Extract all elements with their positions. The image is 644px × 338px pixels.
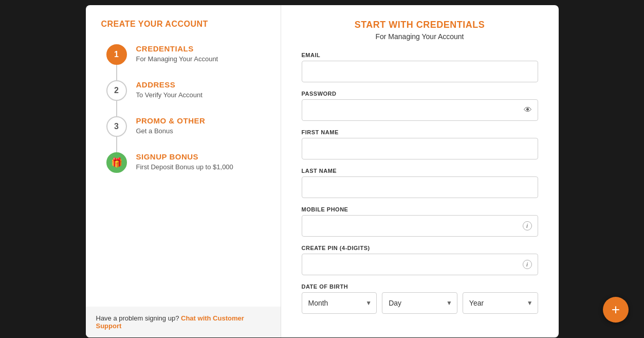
last-name-input[interactable] xyxy=(302,176,538,198)
right-panel-title: START WITH CREDENTIALS xyxy=(302,20,538,30)
last-name-label: LAST NAME xyxy=(302,168,538,174)
eye-icon[interactable]: 👁 xyxy=(524,105,532,115)
step-connector-2 xyxy=(116,101,117,116)
steps-container: 1 CREDENTIALS For Managing Your Account … xyxy=(101,44,265,173)
step-info-3: PROMO & OTHER Get a Bonus xyxy=(136,116,206,135)
dob-group: DATE OF BIRTH Month JanuaryFebruaryMarch… xyxy=(302,283,538,314)
step-info-bonus: SIGNUP BONUS First Deposit Bonus up to $… xyxy=(136,152,233,171)
step-subtitle-bonus: First Deposit Bonus up to $1,000 xyxy=(136,163,233,171)
create-pin-input[interactable] xyxy=(302,254,538,275)
step-circle-2: 2 xyxy=(106,80,127,101)
create-pin-label: CREATE PIN (4-DIGITS) xyxy=(302,245,538,251)
dob-day-select[interactable]: Day for(let i=1;i<=31;i++) document.writ… xyxy=(382,292,457,314)
email-group: EMAIL xyxy=(302,52,538,82)
step-info-2: ADDRESS To Verify Your Account xyxy=(136,80,203,99)
step-credentials: 1 CREDENTIALS For Managing Your Account xyxy=(106,44,265,80)
create-pin-input-wrapper: i xyxy=(302,254,538,275)
password-label: PASSWORD xyxy=(302,91,538,97)
step-promo: 3 PROMO & OTHER Get a Bonus xyxy=(106,116,265,152)
info-icon-pin[interactable]: i xyxy=(523,260,532,269)
left-panel-title: CREATE YOUR ACCOUNT xyxy=(101,20,265,29)
email-input-wrapper xyxy=(302,61,538,82)
last-name-group: LAST NAME xyxy=(302,168,538,198)
info-icon-phone[interactable]: i xyxy=(523,221,532,230)
last-name-input-wrapper xyxy=(302,176,538,198)
step-title-bonus: SIGNUP BONUS xyxy=(136,152,233,161)
first-name-input-wrapper xyxy=(302,138,538,159)
fab-button[interactable]: + xyxy=(603,297,629,323)
step-circle-3: 3 xyxy=(106,116,127,137)
registration-modal: CREATE YOUR ACCOUNT 1 CREDENTIALS For Ma… xyxy=(86,5,559,337)
step-circle-bonus: 🎁 xyxy=(106,152,127,173)
bottom-text: Have a problem signing up? xyxy=(96,314,179,322)
create-pin-group: CREATE PIN (4-DIGITS) i xyxy=(302,245,538,275)
left-panel: CREATE YOUR ACCOUNT 1 CREDENTIALS For Ma… xyxy=(86,5,281,337)
step-circle-1: 1 xyxy=(106,44,127,65)
mobile-phone-label: MOBILE PHONE xyxy=(302,206,538,212)
first-name-group: FIRST NAME xyxy=(302,129,538,159)
step-connector-1 xyxy=(116,65,117,80)
step-bonus: 🎁 SIGNUP BONUS First Deposit Bonus up to… xyxy=(106,152,265,173)
step-subtitle-3: Get a Bonus xyxy=(136,127,206,135)
dob-year-select[interactable]: Year 20262025202420232022202120202019201… xyxy=(463,292,538,314)
dob-row: Month JanuaryFebruaryMarch AprilMayJune … xyxy=(302,292,538,314)
dob-year-wrapper: Year 20262025202420232022202120202019201… xyxy=(463,292,538,314)
step-connector-3 xyxy=(116,137,117,152)
first-name-label: FIRST NAME xyxy=(302,129,538,135)
dob-label: DATE OF BIRTH xyxy=(302,283,538,290)
step-subtitle-1: For Managing Your Account xyxy=(136,55,218,63)
step-address: 2 ADDRESS To Verify Your Account xyxy=(106,80,265,116)
right-panel-subtitle: For Managing Your Account xyxy=(302,32,538,41)
mobile-phone-input[interactable] xyxy=(302,215,538,237)
dob-month-select[interactable]: Month JanuaryFebruaryMarch AprilMayJune … xyxy=(302,292,377,314)
mobile-phone-input-wrapper: i xyxy=(302,215,538,237)
password-input[interactable] xyxy=(302,99,538,121)
mobile-phone-group: MOBILE PHONE i xyxy=(302,206,538,237)
first-name-input[interactable] xyxy=(302,138,538,159)
right-panel: START WITH CREDENTIALS For Managing Your… xyxy=(281,5,559,337)
step-title-3: PROMO & OTHER xyxy=(136,116,206,125)
bottom-bar: Have a problem signing up? Chat with Cus… xyxy=(86,307,281,337)
dob-month-wrapper: Month JanuaryFebruaryMarch AprilMayJune … xyxy=(302,292,377,314)
step-title-2: ADDRESS xyxy=(136,80,203,89)
password-input-wrapper: 👁 xyxy=(302,99,538,121)
dob-day-wrapper: Day for(let i=1;i<=31;i++) document.writ… xyxy=(382,292,457,314)
email-input[interactable] xyxy=(302,61,538,82)
step-title-1: CREDENTIALS xyxy=(136,44,218,53)
email-label: EMAIL xyxy=(302,52,538,58)
step-info-1: CREDENTIALS For Managing Your Account xyxy=(136,44,218,63)
step-subtitle-2: To Verify Your Account xyxy=(136,91,203,99)
password-group: PASSWORD 👁 xyxy=(302,91,538,121)
